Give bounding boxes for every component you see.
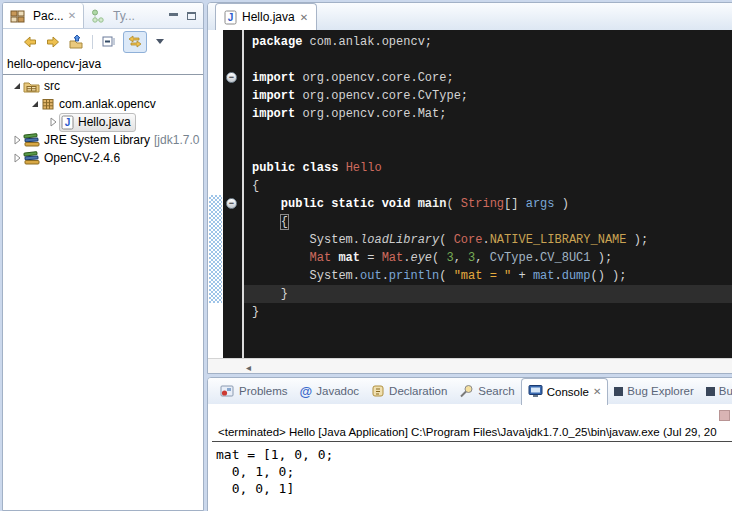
java-file-icon: J [61,115,74,130]
console-tabbar: Problems @ Javadoc Declaration Search Co… [208,378,732,404]
library-icon [23,151,40,165]
code-line[interactable] [244,123,732,141]
code-line[interactable]: System.out.println( "mat = " + mat.dump(… [244,267,732,285]
forward-arrow-icon[interactable] [44,33,62,51]
editor-panel: J Hello.java ✕ −− package com.anlak.open… [207,2,732,374]
tree-item-jre-library[interactable]: JRE System Library [jdk1.7.0 [3,131,203,149]
code-line[interactable]: { [244,177,732,195]
tab-bug-explorer[interactable]: Bug Explorer [608,378,699,404]
declaration-icon [371,384,385,398]
console-panel: Problems @ Javadoc Declaration Search Co… [207,377,732,511]
tab-problems[interactable]: Problems [214,378,294,404]
tree-item-label: Hello.java [78,115,131,129]
tree-item-package[interactable]: com.anlak.opencv [3,95,203,113]
fold-gutter[interactable]: −− [223,30,242,358]
code-line[interactable]: import org.opencv.core.CvType; [244,87,732,105]
expand-collapse-icon[interactable] [11,135,23,145]
tab-console[interactable]: Console ✕ [521,378,609,405]
tab-label: Bug [719,385,732,397]
view-menu-icon[interactable] [156,39,164,44]
tab-package-explorer[interactable]: Pac... ✕ [3,3,84,28]
close-icon[interactable]: ✕ [593,386,601,397]
code-line[interactable]: System.loadLibrary( Core.NATIVE_LIBRARY_… [244,231,732,249]
tab-javadoc[interactable]: @ Javadoc [294,378,366,404]
code-line[interactable]: } [244,285,732,303]
code-line[interactable]: import org.opencv.core.Core; [244,69,732,87]
javadoc-icon: @ [300,384,313,399]
fold-minus-icon[interactable]: − [226,72,237,83]
code-line[interactable]: package com.anlak.opencv; [244,33,732,51]
editor-tab-label: Hello.java [242,10,295,24]
code-area[interactable]: package com.anlak.opencv; import org.ope… [244,30,732,358]
project-tree: hello-opencv-java src com.anlak.opencv J… [3,54,203,167]
tab-bug[interactable]: Bug [700,378,732,404]
scroll-left-icon[interactable]: ◂ [246,363,251,373]
selected-item-highlight[interactable]: J Hello.java [59,113,136,132]
code-line[interactable]: public class Hello [244,159,732,177]
package-explorer-toolbar [3,29,203,54]
tree-item-decorator: [jdk1.7.0 [154,133,199,147]
editor-tab-hello-java[interactable]: J Hello.java ✕ [215,3,317,30]
package-explorer-panel: Pac... ✕ Ty... [2,2,204,511]
expand-collapse-icon[interactable] [11,153,23,163]
terminate-icon[interactable] [719,410,730,421]
package-explorer-icon [10,9,25,23]
search-icon [459,384,474,398]
range-indicator [209,195,222,303]
tree-item-label: JRE System Library [44,133,150,147]
tree-item-label: src [44,79,60,93]
horizontal-scrollbar[interactable]: ◂ [208,358,732,374]
code-line[interactable] [244,141,732,159]
code-line[interactable]: Mat mat = Mat.eye( 3, 3, CvType.CV_8UC1 … [244,249,732,267]
expand-collapse-icon[interactable] [29,99,41,109]
collapse-all-icon[interactable] [100,33,118,51]
tree-item-hello-java[interactable]: J Hello.java [3,113,203,131]
java-file-icon: J [224,10,237,25]
code-line[interactable]: import org.opencv.core.Mat; [244,105,732,123]
view-window-buttons [169,12,203,20]
svg-text:J: J [65,117,71,128]
close-icon[interactable]: ✕ [300,12,308,23]
console-output-line: 0, 0, 1] [216,480,732,497]
console-status-line: <terminated> Hello [Java Application] C:… [212,425,732,442]
tree-item-src[interactable]: src [3,77,203,95]
expand-collapse-icon[interactable] [11,81,23,91]
editor-tabbar: J Hello.java ✕ [208,3,732,30]
package-folder-icon [23,79,40,93]
problems-icon [220,384,235,398]
code-line[interactable] [244,51,732,69]
editor-body: −− package com.anlak.opencv; import org.… [208,30,732,358]
go-into-folder-icon[interactable] [67,33,85,51]
tree-header-divider [3,74,203,75]
code-line[interactable]: public static void main( String[] args ) [244,195,732,213]
tab-label: Search [478,385,514,397]
tab-label: Pac... [33,9,64,23]
tab-label: Ty... [113,9,135,23]
tab-declaration[interactable]: Declaration [365,378,453,404]
code-line[interactable]: { [244,213,732,231]
console-output-line: mat = [1, 0, 0; [216,446,732,463]
expand-collapse-icon[interactable] [47,117,59,127]
console-output-line: 0, 1, 0; [216,463,732,480]
tab-label: Declaration [389,385,447,397]
svg-text:J: J [228,12,234,23]
maximize-icon[interactable] [187,12,196,20]
back-arrow-icon[interactable] [21,33,39,51]
library-icon [23,133,40,147]
tab-label: Problems [239,385,288,397]
type-hierarchy-icon [91,9,105,23]
link-with-editor-icon[interactable] [123,31,147,53]
fold-minus-icon[interactable]: − [226,198,237,209]
package-icon [41,97,55,111]
annotation-ruler[interactable] [208,30,223,358]
tree-item-opencv-library[interactable]: OpenCV-2.4.6 [3,149,203,167]
close-icon[interactable]: ✕ [68,10,76,21]
console-output[interactable]: mat = [1, 0, 0; 0, 1, 0; 0, 0, 1] [208,442,732,497]
tab-search[interactable]: Search [453,378,520,404]
console-toolbar [208,404,732,425]
tree-header: hello-opencv-java [3,54,203,73]
code-line[interactable]: } [244,303,732,321]
tab-label: Javadoc [316,385,359,397]
tab-type-hierarchy[interactable]: Ty... [84,3,142,28]
minimize-icon[interactable] [169,12,178,20]
